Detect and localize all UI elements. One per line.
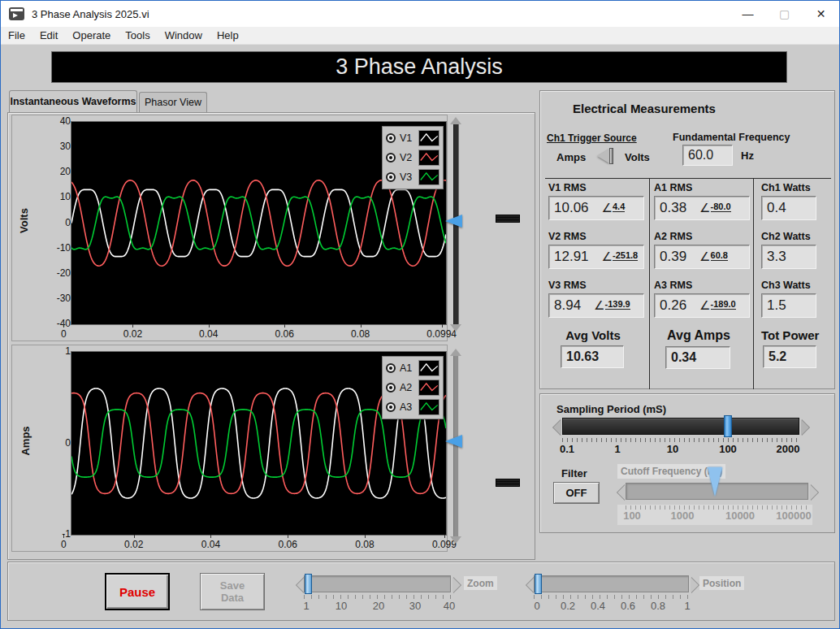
cutoff-pointer-icon (708, 467, 722, 497)
volts-x-ticks: 00.020.040.060.080.0994 (61, 328, 457, 340)
plot-visible-radio-icon[interactable] (386, 133, 396, 143)
angle-icon: ∠ (602, 249, 613, 264)
measurement-cell: A1 RMS 0.38 ∠-80.0 (654, 182, 751, 220)
sampling-left-arrow-icon[interactable] (553, 419, 561, 436)
menu-item[interactable]: File (1, 29, 32, 41)
zoom-scale-label: 10 (336, 600, 347, 612)
volts-plot-area[interactable]: V1 V2 V3 (71, 121, 447, 325)
pause-button[interactable]: Pause (106, 574, 169, 609)
sampling-scale-label: 10 (667, 443, 678, 455)
menu-item[interactable]: Operate (65, 29, 118, 41)
close-button[interactable]: ✕ (803, 1, 839, 27)
measurement-cell: A3 RMS 0.26 ∠-189.0 (654, 280, 751, 318)
trigger-up-arrow-icon[interactable] (450, 117, 461, 124)
legend-row[interactable]: V3 (386, 168, 439, 186)
measurement-value-box: 0.39 ∠60.8 (654, 245, 750, 269)
plot-visible-radio-icon[interactable] (386, 172, 396, 182)
measurement-value: 1.5 (767, 297, 786, 314)
sampling-handle[interactable] (724, 415, 732, 437)
plot-visible-radio-icon[interactable] (386, 363, 396, 373)
volts-legend: V1 V2 V3 (382, 126, 444, 189)
menu-item[interactable]: Help (210, 29, 246, 41)
zoom-handle[interactable] (305, 574, 312, 594)
legend-row[interactable]: A1 (386, 359, 439, 377)
sampling-scale-label: 100 (719, 443, 737, 455)
current-range-handle[interactable] (496, 479, 520, 487)
trigger-down-arrow-icon[interactable] (450, 324, 461, 332)
zoom-right-arrow-icon[interactable] (452, 577, 461, 593)
save-data-button[interactable]: Save Data (200, 573, 265, 610)
angle-value: -189.0 (711, 299, 736, 310)
maximize-button[interactable]: ▢ (766, 1, 803, 27)
y-tick-label: 0 (65, 437, 71, 449)
menu-item[interactable]: Edit (32, 29, 65, 41)
legend-row[interactable]: V2 (386, 149, 439, 167)
tot-power-label: Tot Power (761, 328, 826, 342)
voltage-range-handle[interactable] (496, 215, 520, 223)
position-slider[interactable] (534, 575, 689, 592)
line-sample-icon[interactable] (418, 169, 440, 185)
measurement-label: Ch3 Watts (761, 280, 831, 291)
amps-column: A1 RMS 0.38 ∠-80.0 A2 RMS 0.39 ∠60.8 (654, 182, 751, 369)
volts-y-ticks: 403020100-10-20-30-40 (30, 115, 71, 329)
plot-visible-radio-icon[interactable] (386, 153, 396, 163)
y-tick-label: -10 (57, 242, 71, 254)
trigger-up-arrow-icon[interactable] (450, 349, 461, 356)
position-right-arrow-icon[interactable] (691, 577, 699, 593)
x-tick-label: 0.04 (201, 539, 220, 550)
zoom-scale-label: 1 (303, 600, 309, 612)
trigger-down-arrow-icon[interactable] (450, 536, 461, 544)
avg-amps-value: 0.34 (671, 350, 696, 365)
measurement-cell: Ch2 Watts 3.3 (761, 231, 831, 269)
fundamental-frequency-value: 60.0 (688, 148, 713, 163)
measurement-cell: V2 RMS 12.91 ∠-251.8 (548, 231, 646, 269)
tab-phasor-view[interactable]: Phasor View (139, 92, 207, 112)
measurement-value-box: 12.91 ∠-251.8 (548, 245, 644, 269)
y-tick-label: 30 (60, 141, 71, 152)
avg-amps-label: Avg Amps (654, 328, 743, 343)
line-sample-icon[interactable] (418, 150, 440, 166)
angle-icon: ∠ (594, 298, 604, 313)
sampling-slider[interactable] (562, 418, 799, 435)
toggle-handle[interactable] (609, 148, 613, 164)
legend-row[interactable]: V1 (386, 129, 439, 147)
menu-item[interactable]: Window (158, 29, 210, 41)
line-sample-icon[interactable] (418, 130, 440, 146)
x-tick-label: 0.02 (123, 328, 142, 340)
y-tick-label: 20 (60, 166, 71, 177)
v-trigger-level-pointer-icon[interactable] (445, 215, 462, 228)
trigger-source-amps-label: Amps (556, 151, 586, 163)
menu-item[interactable]: Tools (118, 29, 157, 41)
sampling-right-arrow-icon[interactable] (801, 419, 809, 436)
plot-visible-radio-icon[interactable] (386, 383, 396, 393)
amps-plot-area[interactable]: A1 A2 A3 (71, 351, 447, 536)
position-handle[interactable] (535, 574, 542, 594)
line-sample-icon[interactable] (418, 399, 440, 415)
trigger-source-toggle[interactable] (597, 148, 613, 164)
line-sample-icon[interactable] (418, 380, 440, 396)
angle-icon: ∠ (699, 298, 710, 313)
cutoff-scale-label: 10000 (725, 510, 755, 522)
cutoff-scale-label: 100 (623, 510, 641, 522)
measurement-value: 0.38 (660, 200, 686, 216)
volts-column: V1 RMS 10.06 ∠4.4 V2 RMS 12.91 ∠-251.8 (548, 182, 646, 368)
legend-row[interactable]: A3 (386, 398, 439, 416)
angle-value: -139.9 (605, 299, 630, 310)
legend-row[interactable]: A2 (386, 379, 439, 397)
volts-graph: Volts 403020100-10-20-30-40 V1 V2 (11, 115, 448, 341)
minimize-button[interactable]: — (730, 1, 766, 27)
plot-visible-radio-icon[interactable] (386, 402, 396, 412)
titlebar: 3 Phase Analysis 2025.vi — ▢ ✕ (1, 1, 839, 27)
measurement-value-box: 0.26 ∠-189.0 (654, 293, 750, 318)
tot-power-value: 5.2 (769, 349, 786, 364)
y-tick-label: 0 (65, 217, 71, 228)
tab-instantaneous-waveforms[interactable]: Instantaneous Waveforms (9, 90, 137, 112)
measurement-label: A1 RMS (654, 182, 751, 193)
i-trigger-level-pointer-icon[interactable] (445, 435, 462, 448)
filter-button[interactable]: OFF (553, 482, 600, 504)
x-tick-label: 0.06 (278, 539, 297, 550)
zoom-scale-label: 30 (409, 600, 421, 612)
trigger-source-volts-label: Volts (625, 151, 650, 163)
line-sample-icon[interactable] (418, 360, 440, 376)
zoom-slider[interactable] (304, 575, 451, 592)
